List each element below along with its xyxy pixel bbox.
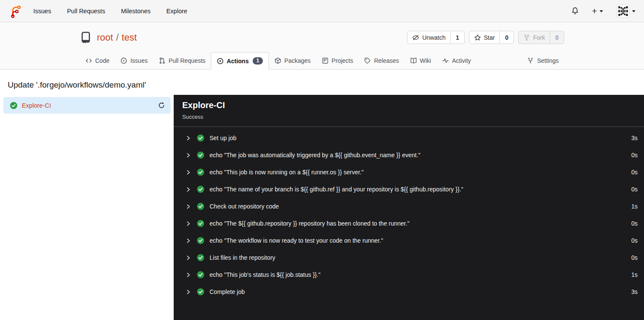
tab-projects[interactable]: Projects: [316, 52, 359, 69]
fork-button: Fork 0: [518, 31, 564, 44]
success-check-icon: [197, 220, 204, 227]
success-check-icon: [197, 254, 204, 261]
chevron-right-icon: [186, 289, 191, 295]
step-label: echo "This job is now running on a ${{ r…: [210, 169, 364, 176]
breadcrumb-separator: /: [116, 32, 119, 43]
nav-link-issues[interactable]: Issues: [33, 8, 51, 15]
forgejo-logo-icon[interactable]: [9, 4, 22, 18]
success-check-icon: [197, 134, 204, 142]
tab-wiki[interactable]: Wiki: [405, 52, 437, 69]
repo-header: root / test Unwatch 1 Star 0: [0, 22, 644, 70]
play-circle-icon: [217, 58, 224, 65]
star-label: Star: [484, 34, 495, 41]
step-label: echo "The workflow is now ready to test …: [210, 237, 383, 244]
job-item-explore-ci[interactable]: Explore-CI: [3, 97, 171, 114]
notifications-bell-icon[interactable]: [571, 7, 579, 15]
tab-packages[interactable]: Packages: [269, 52, 316, 69]
job-name-label: Explore-CI: [22, 102, 51, 109]
success-check-icon: [10, 102, 17, 109]
step-row[interactable]: List files in the repository 0s: [174, 249, 644, 266]
step-label: List files in the repository: [210, 254, 275, 261]
tab-label: Code: [95, 57, 109, 64]
step-label: echo "This job's status is ${{ job.statu…: [210, 271, 321, 278]
step-duration: 3s: [626, 135, 638, 141]
chevron-right-icon: [186, 153, 191, 158]
refresh-icon[interactable]: [158, 102, 165, 109]
step-duration: 1s: [626, 203, 638, 210]
tab-code[interactable]: Code: [80, 52, 115, 69]
nav-link-milestones[interactable]: Milestones: [121, 8, 150, 15]
tab-label: Packages: [284, 57, 310, 64]
step-duration: 0s: [626, 237, 638, 244]
tab-activity[interactable]: Activity: [437, 52, 476, 69]
success-check-icon: [197, 203, 204, 210]
step-row[interactable]: echo "The job was automatically triggere…: [174, 147, 644, 164]
workflow-run-body: Explore-CI Explore-CI Success Set up job…: [0, 95, 644, 320]
step-duration: 0s: [626, 220, 638, 227]
user-menu[interactable]: [617, 5, 635, 18]
step-label: Complete job: [210, 288, 245, 295]
step-row[interactable]: Complete job 3s: [174, 283, 644, 300]
workflow-run-title: Update '.forgejo/workflows/demo.yaml': [0, 70, 644, 95]
code-icon: [85, 57, 92, 64]
tab-pull-requests[interactable]: Pull Requests: [153, 52, 211, 69]
step-label: echo "The job was automatically triggere…: [210, 152, 420, 159]
user-avatar-identicon: [617, 5, 629, 18]
tab-label: Activity: [452, 57, 471, 64]
chevron-right-icon: [186, 238, 191, 244]
job-panel-title: Explore-CI: [182, 100, 635, 110]
job-panel-header: Explore-CI Success: [174, 95, 644, 127]
success-check-icon: [197, 271, 204, 279]
step-duration: 0s: [626, 152, 638, 159]
chevron-right-icon: [186, 135, 191, 141]
step-row[interactable]: Check out repository code 1s: [174, 198, 644, 215]
tool-icon: [527, 57, 534, 64]
tab-releases[interactable]: Releases: [358, 52, 404, 69]
tab-label: Actions: [227, 58, 248, 65]
star-button[interactable]: Star 0: [469, 31, 514, 44]
pulse-icon: [442, 57, 449, 64]
repo-name-link[interactable]: test: [122, 32, 137, 43]
step-duration: 0s: [626, 254, 638, 261]
step-label: echo "The ${{ github.repository }} repos…: [210, 220, 409, 227]
step-row[interactable]: echo "This job's status is ${{ job.statu…: [174, 266, 644, 283]
watchers-count[interactable]: 1: [450, 31, 464, 44]
repo-book-icon: [80, 32, 92, 44]
repo-title-row: root / test Unwatch 1 Star 0: [80, 22, 564, 49]
tab-issues[interactable]: Issues: [115, 52, 153, 69]
unwatch-label: Unwatch: [422, 34, 445, 41]
success-check-icon: [197, 237, 204, 244]
nav-link-pull-requests[interactable]: Pull Requests: [67, 8, 105, 15]
tab-actions[interactable]: Actions 1: [211, 52, 269, 70]
chevron-right-icon: [186, 221, 191, 226]
unwatch-button[interactable]: Unwatch 1: [407, 31, 464, 44]
navbar-right: +: [571, 5, 635, 18]
step-list: Set up job 3s echo "The job was automati…: [174, 127, 644, 300]
success-check-icon: [197, 168, 204, 176]
eye-slash-icon: [412, 34, 419, 41]
tab-label: Pull Requests: [169, 57, 205, 64]
step-row[interactable]: Set up job 3s: [174, 129, 644, 147]
step-label: echo "The name of your branch is ${{ git…: [210, 186, 463, 193]
tab-settings[interactable]: Settings: [522, 52, 564, 69]
create-new-menu[interactable]: +: [592, 6, 603, 15]
step-row[interactable]: echo "The workflow is now ready to test …: [174, 232, 644, 249]
plus-icon: +: [592, 6, 597, 15]
issue-circle-icon: [120, 57, 127, 64]
nav-link-explore[interactable]: Explore: [166, 8, 187, 15]
step-duration: 1s: [626, 271, 638, 278]
chevron-right-icon: [186, 170, 191, 175]
step-row[interactable]: echo "The name of your branch is ${{ git…: [174, 181, 644, 198]
step-duration: 0s: [626, 186, 638, 193]
chevron-down-icon: [600, 10, 603, 12]
jobs-sidebar: Explore-CI: [0, 95, 174, 320]
step-row[interactable]: echo "This job is now running on a ${{ r…: [174, 164, 644, 181]
chevron-right-icon: [186, 272, 191, 278]
stars-count[interactable]: 0: [499, 31, 513, 44]
repo-breadcrumb: root / test: [97, 32, 137, 43]
package-icon: [274, 57, 281, 64]
step-row[interactable]: echo "The ${{ github.repository }} repos…: [174, 215, 644, 232]
top-navbar: Issues Pull Requests Milestones Explore …: [0, 0, 644, 22]
book-open-icon: [410, 57, 417, 64]
repo-owner-link[interactable]: root: [97, 32, 113, 43]
